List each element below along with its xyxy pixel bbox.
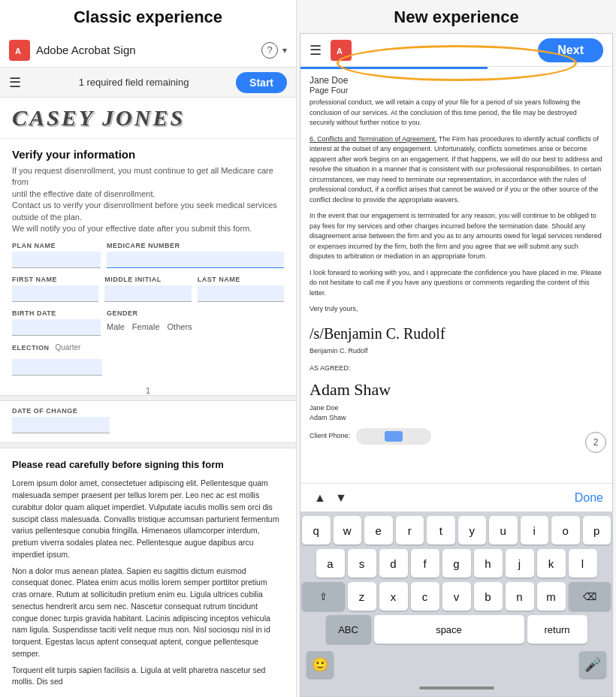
key-x[interactable]: x [379, 582, 408, 611]
page-name: Page Four [310, 86, 603, 95]
first-name-input[interactable] [12, 285, 98, 302]
page-number: 1 [12, 383, 284, 394]
date-change-input[interactable] [12, 417, 110, 433]
key-a[interactable]: a [316, 549, 345, 578]
nav-arrows-bar: ▲ ▼ Done [300, 483, 612, 511]
keyboard-row-2: a s d f g h j k l [302, 549, 611, 578]
last-name-input[interactable] [198, 285, 284, 302]
jones-text: JONES [102, 105, 185, 131]
middle-initial-label: MIDDLE INITIAL [104, 276, 191, 283]
key-q[interactable]: q [302, 516, 331, 545]
keyboard-row-1: q w e r t y u i o p [302, 516, 611, 545]
key-abc[interactable]: ABC [326, 615, 371, 644]
birth-date-input[interactable] [12, 319, 101, 336]
main-layout: Classic experience A Adobe Acrobat Sign … [0, 0, 616, 697]
medicare-label: MEDICARE NUMBER [107, 242, 284, 249]
gender-field: GENDER Male Female Others [107, 309, 284, 336]
key-t[interactable]: t [427, 516, 455, 545]
key-f[interactable]: f [411, 549, 439, 578]
phone-content: ☰ A Next Jane Doe Page Four [300, 33, 613, 697]
document-area: Jane Doe Page Four professional conduct,… [300, 69, 612, 483]
key-space[interactable]: space [374, 615, 524, 644]
section-divider [0, 395, 296, 401]
next-button[interactable]: Next [538, 38, 603, 62]
key-b[interactable]: b [474, 582, 503, 611]
key-r[interactable]: r [396, 516, 424, 545]
new-header: ☰ A Next [300, 34, 612, 67]
gender-female[interactable]: Female [132, 322, 160, 331]
casey-area: CASEY JONES [0, 98, 296, 139]
agreed-section: AS AGREED: Adam Shaw Jane Doe Adam Shaw [310, 364, 603, 424]
key-u[interactable]: u [489, 516, 518, 545]
key-s[interactable]: s [348, 549, 376, 578]
last-name-field: LAST NAME [198, 276, 284, 302]
key-i[interactable]: i [521, 516, 549, 545]
election-input[interactable] [12, 359, 102, 376]
svg-text:A: A [15, 47, 21, 56]
key-shift[interactable]: ⇧ [302, 582, 345, 611]
signer-label: Jane Doe [310, 403, 603, 414]
doc-body3: In the event that our engagement is term… [310, 211, 603, 262]
key-k[interactable]: k [537, 549, 566, 578]
key-w[interactable]: w [334, 516, 362, 545]
please-read-section: Please read carefully before signing thi… [0, 448, 296, 697]
help-icon[interactable]: ? [261, 42, 278, 59]
last-name-label: LAST NAME [198, 276, 284, 283]
new-hamburger-icon[interactable]: ☰ [310, 42, 322, 59]
done-button[interactable]: Done [575, 491, 603, 505]
sig-name-1: Benjamin C. Rudolf [310, 346, 603, 357]
election-input-field [12, 359, 102, 376]
signer-name: Jane Doe [310, 75, 603, 86]
nav-down-button[interactable]: ▼ [331, 487, 352, 508]
middle-initial-input[interactable] [104, 285, 191, 302]
chevron-down-icon[interactable]: ▾ [282, 45, 287, 56]
required-bar: ☰ 1 required field remaining Start [0, 68, 296, 98]
keyboard-row-bottom: ABC space return [302, 615, 611, 644]
key-o[interactable]: o [551, 516, 580, 545]
key-z[interactable]: z [348, 582, 376, 611]
doc-body2: 6. Conflicts and Termination of Agreemen… [310, 134, 603, 206]
emoji-key[interactable]: 🙂 [306, 651, 334, 678]
please-read-title: Please read carefully before signing thi… [12, 457, 284, 472]
key-c[interactable]: c [411, 582, 439, 611]
doc-content: professional conduct, we will retain a c… [310, 98, 603, 445]
key-d[interactable]: d [379, 549, 408, 578]
gender-others[interactable]: Others [168, 322, 192, 331]
gender-male[interactable]: Male [107, 322, 125, 331]
plan-name-input[interactable] [12, 252, 101, 268]
plan-name-label: PLAN NAME [12, 242, 101, 249]
required-text: 1 required field remaining [32, 77, 236, 88]
mic-key[interactable]: 🎤 [579, 651, 606, 678]
page-indicator: 2 [585, 432, 606, 453]
key-p[interactable]: p [583, 516, 611, 545]
acrobat-logo-icon: A [9, 40, 30, 61]
key-m[interactable]: m [537, 582, 566, 611]
signature-1: /s/Benjamin C. Rudolf [310, 322, 603, 345]
please-read-para1: Lorem ipsum dolor amet, consectetuer adi… [12, 478, 284, 560]
key-n[interactable]: n [506, 582, 534, 611]
home-indicator [302, 681, 611, 695]
key-delete[interactable]: ⌫ [569, 582, 611, 611]
phone-input-field[interactable] [356, 428, 431, 445]
nav-up-button[interactable]: ▲ [310, 487, 331, 508]
key-return[interactable]: return [527, 615, 587, 644]
first-name-field: FIRST NAME [12, 276, 98, 302]
keyboard: q w e r t y u i o p a s d f g [300, 511, 612, 696]
key-v[interactable]: v [442, 582, 471, 611]
right-panel: New experience ☰ A Next [297, 0, 616, 697]
acrobat-title: Adobe Acrobat Sign [36, 44, 261, 56]
key-g[interactable]: g [442, 549, 471, 578]
date-change-field: DATE OF CHANGE [12, 407, 110, 433]
key-y[interactable]: y [458, 516, 487, 545]
election-sub: Quarter [56, 343, 81, 352]
start-button[interactable]: Start [236, 72, 287, 93]
key-e[interactable]: e [364, 516, 393, 545]
medicare-number-field: MEDICARE NUMBER [107, 242, 284, 268]
key-h[interactable]: h [474, 549, 503, 578]
medicare-input[interactable] [107, 252, 284, 268]
key-j[interactable]: j [506, 549, 534, 578]
key-l[interactable]: l [569, 549, 597, 578]
election-row: ELECTION Quarter [12, 343, 284, 352]
hamburger-icon[interactable]: ☰ [9, 74, 21, 91]
birth-date-field: BIRTH DATE [12, 309, 101, 336]
